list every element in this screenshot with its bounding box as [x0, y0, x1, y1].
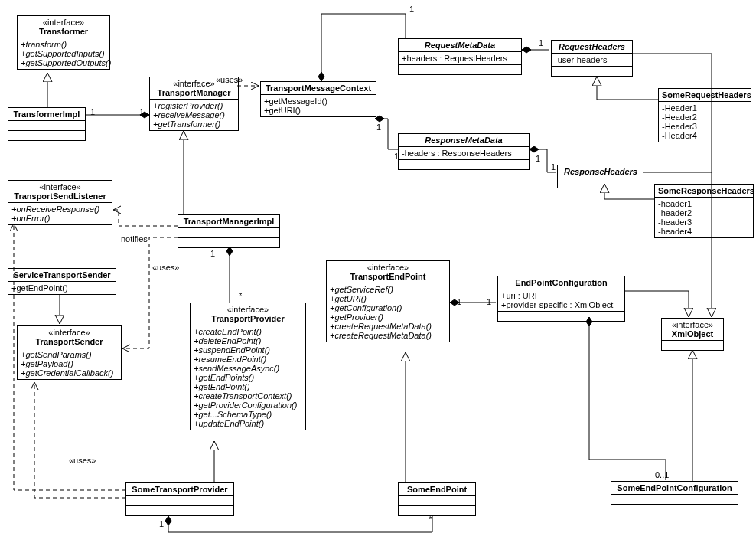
op: +createRequestMetaData() — [330, 331, 446, 340]
class-some-request-headers: SomeRequestHeaders -Header1 -Header2 -He… — [658, 88, 751, 142]
class-transport-message-context: TransportMessageContext +getMessageId() … — [260, 81, 376, 117]
class-transport-endpoint: «interface» TransportEndPoint +getServic… — [326, 260, 450, 342]
op: +createTransportContext() — [194, 391, 302, 401]
class-name: EndPointConfiguration — [501, 278, 621, 287]
mult-one: 1 — [90, 107, 95, 116]
stereotype: «interface» — [11, 182, 109, 191]
mult-one: 1 — [409, 5, 414, 14]
attr: -header2 — [658, 208, 750, 217]
attr: -Header2 — [662, 113, 748, 122]
op: +onReceiveResponse() — [11, 204, 109, 214]
class-name: SomeTransportProvider — [129, 485, 230, 494]
label-notifies: notifies — [121, 234, 148, 244]
attr: +provider-specific : XmlObject — [501, 300, 621, 309]
class-request-headers: RequestHeaders -user-headers — [551, 40, 633, 77]
op: +getEndPoints() — [194, 373, 302, 382]
op: +getProvider() — [330, 312, 446, 322]
attr: +headers : RequestHeaders — [402, 54, 518, 63]
op: +suspendEndPoint() — [194, 345, 302, 355]
attr: -header3 — [658, 217, 750, 227]
class-name: TransportSendListener — [11, 191, 109, 201]
class-transport-sender: «interface» TransportSender +getSendPara… — [17, 325, 122, 380]
class-name: RequestHeaders — [555, 42, 629, 51]
attr: +uri : URI — [501, 291, 621, 300]
class-request-metadata: RequestMetaData +headers : RequestHeader… — [398, 38, 522, 75]
class-xml-object: «interface» XmlObject — [661, 318, 724, 351]
class-response-headers: ResponseHeaders — [557, 165, 644, 188]
stereotype: «interface» — [21, 328, 118, 337]
mult-one: 1 — [551, 162, 556, 172]
class-some-endpoint-configuration: SomeEndPointConfiguration — [611, 481, 738, 505]
label-uses: «uses» — [216, 75, 243, 84]
stereotype: «interface» — [194, 305, 302, 314]
class-some-endpoint: SomeEndPoint — [398, 482, 476, 516]
class-name: TransportMessageContext — [264, 83, 373, 93]
op: +resumeEndPoint() — [194, 355, 302, 364]
class-name: ResponseMetaData — [402, 136, 526, 145]
op: +getPayload() — [21, 359, 118, 368]
class-name: SomeRequestHeaders — [662, 90, 748, 100]
op: +transform() — [21, 40, 106, 49]
class-transport-manager: «interface» TransportManager +registerPr… — [149, 77, 239, 131]
op: +getSupportedInputs() — [21, 49, 106, 58]
class-name: TransportEndPoint — [330, 272, 446, 281]
class-name: TransformerImpl — [11, 110, 82, 119]
op: +getCredentialCallback() — [21, 368, 118, 378]
op: +createRequestMetaData() — [330, 322, 446, 331]
class-name: TransportManager — [153, 88, 235, 97]
mult-one: 1 — [376, 123, 381, 132]
mult-one: 1 — [536, 154, 540, 163]
label-uses: «uses» — [152, 263, 179, 272]
op: +getURI() — [330, 294, 446, 303]
op: +receiveMessage() — [153, 110, 235, 119]
class-transport-provider: «interface» TransportProvider +createEnd… — [190, 303, 306, 430]
class-name: TransportManagerImpl — [181, 217, 276, 226]
class-response-metadata: ResponseMetaData -headers : ResponseHead… — [398, 133, 530, 170]
mult-one: 1 — [210, 249, 215, 258]
op: +getEndPoint() — [194, 382, 302, 391]
op: +registerProvider() — [153, 101, 235, 110]
op: +onError() — [11, 214, 109, 223]
op: +getEndPoint() — [11, 283, 112, 293]
stereotype: «interface» — [330, 263, 446, 272]
class-endpoint-configuration: EndPointConfiguration +uri : URI +provid… — [497, 276, 625, 322]
class-name: XmlObject — [665, 329, 720, 339]
class-transport-send-listener: «interface» TransportSendListener +onRec… — [8, 180, 112, 225]
class-name: SomeResponseHeaders — [658, 186, 750, 195]
attr: -header4 — [658, 227, 750, 236]
op: +getProviderConfiguration() — [194, 401, 302, 410]
mult-star: * — [429, 515, 432, 524]
class-some-response-headers: SomeResponseHeaders -header1 -header2 -h… — [654, 184, 754, 238]
mult-one: 1 — [487, 297, 491, 306]
stereotype: «interface» — [21, 18, 106, 27]
class-name: Transformer — [21, 27, 106, 36]
attr: -Header3 — [662, 122, 748, 131]
mult-star: * — [239, 291, 242, 300]
op: +deleteEndPoint() — [194, 336, 302, 345]
class-name: TransportSender — [21, 337, 118, 346]
mult-one: 1 — [539, 38, 543, 47]
class-some-transport-provider: SomeTransportProvider — [125, 482, 234, 516]
op: +getTransformer() — [153, 119, 235, 129]
op: +updateEndPoint() — [194, 419, 302, 428]
op: +getMessageId() — [264, 96, 373, 106]
class-transformer-impl: TransformerImpl — [8, 107, 86, 141]
op: +createEndPoint() — [194, 327, 302, 336]
mult-one: 1 — [586, 318, 591, 327]
mult-one: 1 — [159, 519, 164, 528]
op: +getServiceRef() — [330, 285, 446, 294]
attr: -headers : ResponseHeaders — [402, 149, 526, 158]
op: +getSendParams() — [21, 350, 118, 359]
class-name: TransportProvider — [194, 314, 302, 323]
class-name: RequestMetaData — [402, 41, 518, 50]
class-service-transport-sender: ServiceTransportSender +getEndPoint() — [8, 268, 116, 295]
class-transformer: «interface» Transformer +transform() +ge… — [17, 15, 110, 70]
attr: -Header4 — [662, 131, 748, 140]
op: +getURI() — [264, 106, 373, 115]
class-name: SomeEndPointConfiguration — [614, 483, 735, 492]
op: +getConfiguration() — [330, 303, 446, 312]
stereotype: «interface» — [665, 320, 720, 329]
class-name: ResponseHeaders — [561, 167, 640, 176]
op: +sendMessageAsync() — [194, 364, 302, 373]
attr: -header1 — [658, 199, 750, 208]
